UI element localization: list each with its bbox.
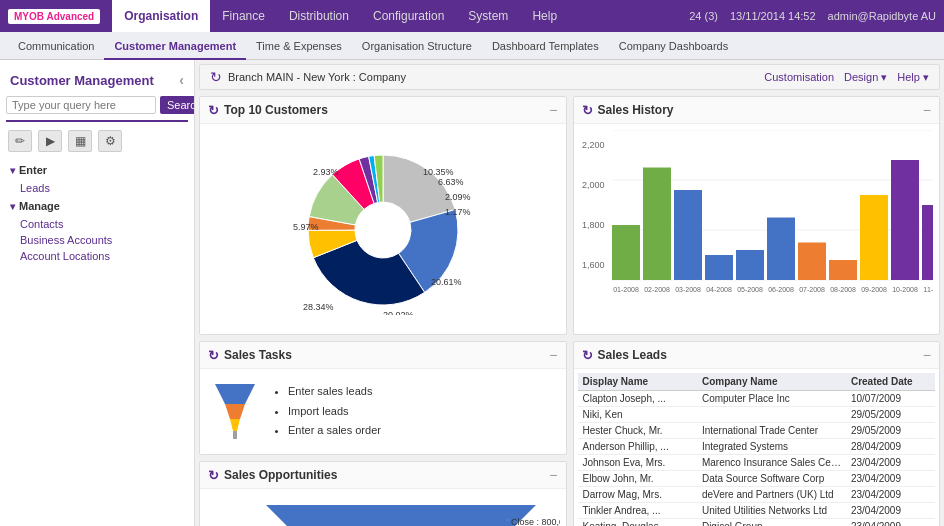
table-row[interactable]: Hester Chuck, Mr.International Trade Cen… <box>578 423 936 439</box>
nav-organisation[interactable]: Organisation <box>112 0 210 32</box>
svg-rect-16 <box>736 250 764 280</box>
task-item-3[interactable]: Enter a sales order <box>288 421 381 441</box>
leads-cell-display_name: Tinkler Andrea, ... <box>578 503 697 519</box>
tab-time-expenses[interactable]: Time & Expenses <box>246 32 352 60</box>
widget-sales-tasks-title: ↻ Sales Tasks <box>208 348 292 363</box>
pie-label-8: 20.02% <box>383 310 414 315</box>
svg-rect-8 <box>612 225 640 280</box>
widget-sales-tasks-body: Enter sales leads Import leads Enter a s… <box>200 369 566 454</box>
leads-cell-company: Computer Place Inc <box>697 391 846 407</box>
svg-rect-20 <box>798 243 826 281</box>
widget-sales-history-title: ↻ Sales History <box>582 103 674 118</box>
nav-finance[interactable]: Finance <box>210 0 277 32</box>
sales-leads-refresh-icon[interactable]: ↻ <box>582 348 593 363</box>
pencil-tool-btn[interactable]: ✏ <box>8 130 32 152</box>
sidebar-link-account-locations[interactable]: Account Locations <box>0 248 194 264</box>
leads-cell-display_name: Niki, Ken <box>578 407 697 423</box>
leads-cell-date: 29/05/2009 <box>846 407 935 423</box>
pie-chart-container: 6.63% 2.09% 1.17% 10.35% 2.93% 5.97% 28.… <box>206 130 560 319</box>
top10-minimize-icon[interactable]: − <box>549 102 557 118</box>
tab-dashboard-templates[interactable]: Dashboard Templates <box>482 32 609 60</box>
table-row[interactable]: Tinkler Andrea, ...United Utilities Netw… <box>578 503 936 519</box>
svg-rect-10 <box>643 168 671 281</box>
table-row[interactable]: Darrow Mag, Mrs.deVere and Partners (UK)… <box>578 487 936 503</box>
sales-tasks-minimize-icon[interactable]: − <box>549 347 557 363</box>
table-row[interactable]: Elbow John, Mr.Data Source Software Corp… <box>578 471 936 487</box>
widget-sales-tasks: ↻ Sales Tasks − Enter sale <box>199 341 567 455</box>
nav-distribution[interactable]: Distribution <box>277 0 361 32</box>
task-item-1[interactable]: Enter sales leads <box>288 382 381 402</box>
help-link[interactable]: Help ▾ <box>897 71 929 84</box>
tab-org-structure[interactable]: Organisation Structure <box>352 32 482 60</box>
notification-badge[interactable]: 24 (3) <box>689 10 718 22</box>
funnel-chart: Close : 800,000.00 Develop : 7,500,000.0… <box>206 495 560 526</box>
logo: MYOB Advanced <box>8 9 100 24</box>
sidebar-section-manage[interactable]: ▾ Manage <box>0 196 194 216</box>
datetime-display: 13/11/2014 14:52 <box>730 10 816 22</box>
tab-customer-management[interactable]: Customer Management <box>104 32 246 60</box>
leads-cell-date: 29/05/2009 <box>846 423 935 439</box>
sidebar-link-business-accounts[interactable]: Business Accounts <box>0 232 194 248</box>
arrow-manage-icon: ▾ <box>10 201 15 212</box>
svg-text:03-2008: 03-2008 <box>675 286 701 293</box>
branch-refresh-icon[interactable]: ↻ <box>210 69 222 85</box>
sales-history-refresh-icon[interactable]: ↻ <box>582 103 593 118</box>
svg-rect-28 <box>922 205 934 280</box>
sidebar-link-leads[interactable]: Leads <box>0 180 194 196</box>
sales-opp-refresh-icon[interactable]: ↻ <box>208 468 219 483</box>
table-row[interactable]: Keating, DouglasDigicel Group23/04/2009 <box>578 519 936 527</box>
nav-help[interactable]: Help <box>520 0 569 32</box>
sales-opp-minimize-icon[interactable]: − <box>549 467 557 483</box>
search-button[interactable]: Search <box>160 96 195 114</box>
leads-cell-date: 23/04/2009 <box>846 471 935 487</box>
table-row[interactable]: Clapton Joseph, ...Computer Place Inc10/… <box>578 391 936 407</box>
svg-text:1,800: 1,800 <box>582 220 605 230</box>
widget-top10-title: ↻ Top 10 Customers <box>208 103 328 118</box>
svg-text:11-2008: 11-2008 <box>923 286 933 293</box>
svg-marker-33 <box>215 384 255 404</box>
customisation-link[interactable]: Customisation <box>764 71 834 84</box>
sidebar-title: Customer Management ‹ <box>0 68 194 96</box>
leads-cell-company: Data Source Software Corp <box>697 471 846 487</box>
tasks-list: Enter sales leads Import leads Enter a s… <box>272 382 381 441</box>
leads-cell-company: United Utilities Networks Ltd <box>697 503 846 519</box>
branch-label: Branch MAIN - New York : Company <box>228 71 406 83</box>
design-link[interactable]: Design ▾ <box>844 71 887 84</box>
sales-tasks-refresh-icon[interactable]: ↻ <box>208 348 219 363</box>
nav-configuration[interactable]: Configuration <box>361 0 456 32</box>
user-display[interactable]: admin@Rapidbyte AU <box>828 10 936 22</box>
gear-tool-btn[interactable]: ⚙ <box>98 130 122 152</box>
svg-marker-35 <box>230 419 240 431</box>
sidebar-toolbar: ✏ ▶ ▦ ⚙ <box>0 128 194 160</box>
small-funnel-icon <box>210 379 260 444</box>
nav-system[interactable]: System <box>456 0 520 32</box>
widget-sales-opp-title: ↻ Sales Opportunities <box>208 468 337 483</box>
play-tool-btn[interactable]: ▶ <box>38 130 62 152</box>
leads-cell-company <box>697 407 846 423</box>
leads-cell-display_name: Anderson Phillip, ... <box>578 439 697 455</box>
chart-tool-btn[interactable]: ▦ <box>68 130 92 152</box>
svg-rect-22 <box>829 260 857 280</box>
table-row[interactable]: Johnson Eva, Mrs.Marenco Insurance Sales… <box>578 455 936 471</box>
sales-history-chart: 2,200 2,000 1,800 1,600 01-200802-200803… <box>580 130 934 325</box>
main-layout: Customer Management ‹ Search ✏ ▶ ▦ ⚙ ▾ E… <box>0 60 944 526</box>
top-nav: MYOB Advanced Organisation Finance Distr… <box>0 0 944 32</box>
widget-sales-opportunities: ↻ Sales Opportunities − <box>199 461 567 526</box>
svg-text:2,200: 2,200 <box>582 140 605 150</box>
widget-top10-customers: ↻ Top 10 Customers − 6.63% 2.09% 1.17% <box>199 96 567 335</box>
tab-communication[interactable]: Communication <box>8 32 104 60</box>
task-item-2[interactable]: Import leads <box>288 402 381 422</box>
table-row[interactable]: Niki, Ken29/05/2009 <box>578 407 936 423</box>
tab-company-dashboards[interactable]: Company Dashboards <box>609 32 738 60</box>
sidebar-collapse-btn[interactable]: ‹ <box>179 72 184 88</box>
search-input[interactable] <box>6 96 156 114</box>
top10-refresh-icon[interactable]: ↻ <box>208 103 219 118</box>
sidebar-section-enter[interactable]: ▾ Enter <box>0 160 194 180</box>
pie-label-4: 10.35% <box>423 167 454 177</box>
sales-leads-minimize-icon[interactable]: − <box>923 347 931 363</box>
table-row[interactable]: Anderson Phillip, ...Integrated Systems2… <box>578 439 936 455</box>
leads-cell-company: International Trade Center <box>697 423 846 439</box>
sales-history-minimize-icon[interactable]: − <box>923 102 931 118</box>
sidebar-link-contacts[interactable]: Contacts <box>0 216 194 232</box>
svg-text:07-2008: 07-2008 <box>799 286 825 293</box>
